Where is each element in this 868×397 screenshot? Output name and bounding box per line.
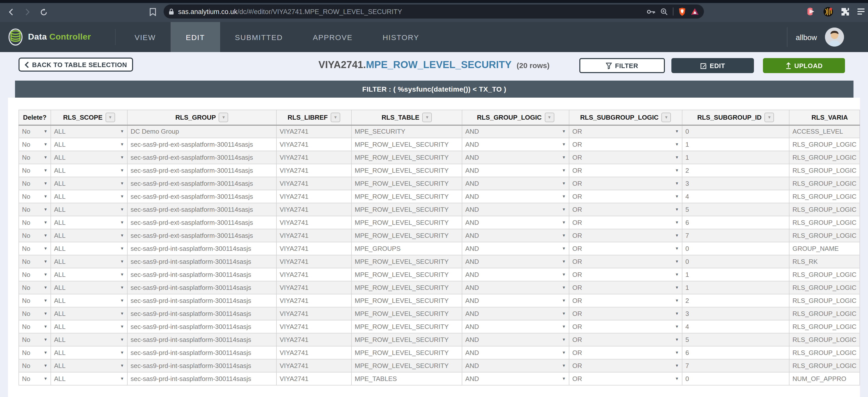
dropdown-caret-icon[interactable]: ▼: [672, 337, 679, 342]
cell-sub_logic[interactable]: OR▼: [569, 307, 682, 320]
dropdown-caret-icon[interactable]: ▼: [559, 299, 566, 303]
cell-delete[interactable]: No▼: [19, 125, 51, 138]
cell-delete[interactable]: No▼: [19, 281, 51, 294]
cell-variable[interactable]: RLS_GROUP_LOGIC: [789, 151, 860, 164]
cell-group[interactable]: sec-sas9-prd-int-sasplatform-300114sasjs: [127, 281, 276, 294]
cell-libref[interactable]: VIYA2741: [276, 320, 351, 333]
cell-variable[interactable]: GROUP_NAME: [789, 242, 860, 255]
cell-scope[interactable]: ALL▼: [51, 216, 127, 229]
cell-sub_id[interactable]: 1: [682, 268, 789, 281]
cell-libref[interactable]: VIYA2741: [276, 255, 351, 268]
cell-logic[interactable]: AND▼: [462, 177, 569, 190]
cell-libref[interactable]: VIYA2741: [276, 372, 351, 385]
cell-logic[interactable]: AND▼: [462, 242, 569, 255]
cell-delete[interactable]: No▼: [19, 372, 51, 385]
cell-logic[interactable]: AND▼: [462, 216, 569, 229]
cell-logic[interactable]: AND▼: [462, 164, 569, 177]
dropdown-caret-icon[interactable]: ▼: [40, 337, 48, 342]
back-to-table-selection-button[interactable]: BACK TO TABLE SELECTION: [19, 58, 133, 72]
dropdown-caret-icon[interactable]: ▼: [117, 376, 124, 381]
header-filter-icon[interactable]: ▼: [331, 113, 340, 122]
dropdown-caret-icon[interactable]: ▼: [559, 168, 566, 173]
tab-submitted[interactable]: SUBMITTED: [220, 22, 298, 52]
cell-sub_logic[interactable]: OR▼: [569, 372, 682, 385]
cell-scope[interactable]: ALL▼: [51, 333, 127, 346]
cell-sub_id[interactable]: 4: [682, 190, 789, 203]
tab-approve[interactable]: APPROVE: [298, 22, 368, 52]
dropdown-caret-icon[interactable]: ▼: [672, 272, 679, 277]
cell-scope[interactable]: ALL▼: [51, 151, 127, 164]
cell-sub_logic[interactable]: OR▼: [569, 294, 682, 307]
cell-variable[interactable]: RLS_GROUP_LOGIC: [789, 138, 860, 151]
cell-libref[interactable]: VIYA2741: [276, 229, 351, 242]
dropdown-caret-icon[interactable]: ▼: [672, 130, 679, 134]
cell-group[interactable]: sec-sas9-prd-int-sasplatform-300114sasjs: [127, 333, 276, 346]
cell-delete[interactable]: No▼: [19, 333, 51, 346]
dropdown-caret-icon[interactable]: ▼: [117, 181, 124, 186]
dropdown-caret-icon[interactable]: ▼: [672, 376, 679, 381]
cell-group[interactable]: sec-sas9-prd-int-sasplatform-300114sasjs: [127, 255, 276, 268]
cell-table[interactable]: MPE_ROW_LEVEL_SECURITY: [351, 320, 462, 333]
dropdown-caret-icon[interactable]: ▼: [672, 350, 679, 355]
cell-scope[interactable]: ALL▼: [51, 255, 127, 268]
browser-forward-icon[interactable]: [22, 6, 33, 18]
cell-variable[interactable]: NUM_OF_APPRO: [789, 372, 860, 385]
dropdown-caret-icon[interactable]: ▼: [40, 207, 48, 212]
tab-view[interactable]: VIEW: [120, 22, 171, 52]
cell-logic[interactable]: AND▼: [462, 255, 569, 268]
avatar[interactable]: [825, 28, 844, 47]
cell-logic[interactable]: AND▼: [462, 320, 569, 333]
cell-table[interactable]: MPE_ROW_LEVEL_SECURITY: [351, 333, 462, 346]
cell-logic[interactable]: AND▼: [462, 190, 569, 203]
dropdown-caret-icon[interactable]: ▼: [40, 220, 48, 225]
cell-table[interactable]: MPE_ROW_LEVEL_SECURITY: [351, 138, 462, 151]
cell-group[interactable]: sec-sas9-prd-int-sasplatform-300114sasjs: [127, 320, 276, 333]
cell-delete[interactable]: No▼: [19, 346, 51, 359]
dropdown-caret-icon[interactable]: ▼: [40, 299, 48, 303]
dropdown-caret-icon[interactable]: ▼: [40, 130, 48, 134]
cell-variable[interactable]: RLS_GROUP_LOGIC: [789, 281, 860, 294]
cell-sub_logic[interactable]: OR▼: [569, 151, 682, 164]
cell-delete[interactable]: No▼: [19, 294, 51, 307]
url-bar[interactable]: sas.analytium.co.uk/dc/#/editor/VIYA2741…: [164, 4, 704, 19]
dropdown-caret-icon[interactable]: ▼: [672, 207, 679, 212]
cell-variable[interactable]: RLS_GROUP_LOGIC: [789, 307, 860, 320]
cell-logic[interactable]: AND▼: [462, 268, 569, 281]
cell-logic[interactable]: AND▼: [462, 307, 569, 320]
cell-sub_id[interactable]: 5: [682, 333, 789, 346]
cell-delete[interactable]: No▼: [19, 307, 51, 320]
cell-variable[interactable]: RLS_GROUP_LOGIC: [789, 177, 860, 190]
dropdown-caret-icon[interactable]: ▼: [559, 181, 566, 186]
cell-group[interactable]: sec-sas9-prd-ext-sasplatform-300114sasjs: [127, 229, 276, 242]
cell-scope[interactable]: ALL▼: [51, 346, 127, 359]
dropdown-caret-icon[interactable]: ▼: [559, 259, 566, 264]
cell-scope[interactable]: ALL▼: [51, 229, 127, 242]
dropdown-caret-icon[interactable]: ▼: [117, 220, 124, 225]
bookmark-icon[interactable]: [147, 6, 158, 18]
cell-delete[interactable]: No▼: [19, 255, 51, 268]
cell-variable[interactable]: RLS_GROUP_LOGIC: [789, 216, 860, 229]
cell-group[interactable]: sec-sas9-prd-int-sasplatform-300114sasjs: [127, 242, 276, 255]
dropdown-caret-icon[interactable]: ▼: [559, 142, 566, 147]
cell-table[interactable]: MPE_GROUPS: [351, 242, 462, 255]
cell-delete[interactable]: No▼: [19, 164, 51, 177]
cell-table[interactable]: MPE_ROW_LEVEL_SECURITY: [351, 177, 462, 190]
cell-scope[interactable]: ALL▼: [51, 242, 127, 255]
dropdown-caret-icon[interactable]: ▼: [40, 324, 48, 329]
dropdown-caret-icon[interactable]: ▼: [117, 194, 124, 199]
cell-variable[interactable]: RLS_GROUP_LOGIC: [789, 320, 860, 333]
cell-table[interactable]: MPE_ROW_LEVEL_SECURITY: [351, 229, 462, 242]
cell-delete[interactable]: No▼: [19, 190, 51, 203]
cell-libref[interactable]: VIYA2741: [276, 281, 351, 294]
cell-delete[interactable]: No▼: [19, 138, 51, 151]
cell-logic[interactable]: AND▼: [462, 294, 569, 307]
cell-group[interactable]: sec-sas9-prd-int-sasplatform-300114sasjs: [127, 307, 276, 320]
cell-sub_logic[interactable]: OR▼: [569, 203, 682, 216]
upload-button[interactable]: UPLOAD: [763, 58, 845, 73]
cell-sub_logic[interactable]: OR▼: [569, 138, 682, 151]
title-table-name[interactable]: MPE_ROW_LEVEL_SECURITY: [366, 59, 512, 70]
cell-sub_id[interactable]: 2: [682, 294, 789, 307]
cell-table[interactable]: MPE_ROW_LEVEL_SECURITY: [351, 268, 462, 281]
cell-sub_id[interactable]: 1: [682, 138, 789, 151]
header-filter-icon[interactable]: ▼: [105, 113, 115, 122]
